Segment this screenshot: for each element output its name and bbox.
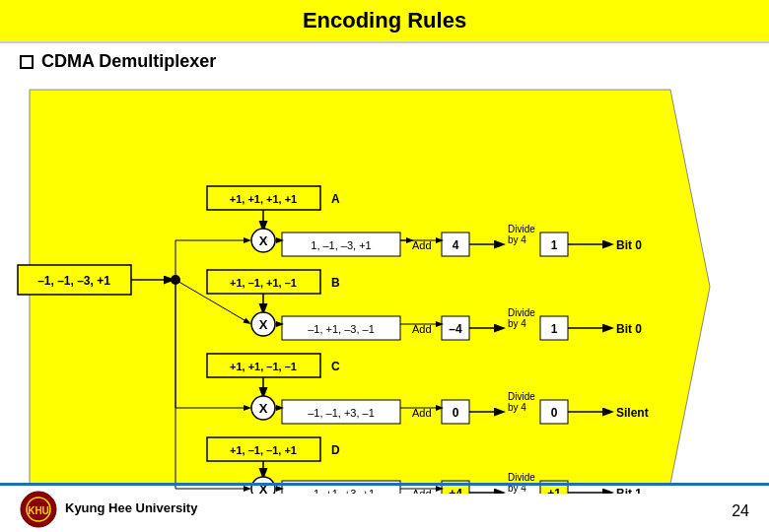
university-name: Kyung Hee University (65, 500, 197, 517)
svg-text:1, –1, –3, +1: 1, –1, –3, +1 (311, 239, 371, 251)
subtitle-bar: CDMA Demultiplexer (0, 43, 769, 80)
svg-text:Bit 0: Bit 0 (616, 238, 642, 252)
svg-text:by 4: by 4 (508, 234, 526, 245)
svg-text:by 4: by 4 (508, 318, 526, 329)
svg-text:–4: –4 (449, 322, 462, 336)
university-logo: KHU (20, 491, 57, 528)
title-bar: Encoding Rules (0, 0, 769, 43)
footer: KHU Kyung Hee University 24 (0, 483, 769, 532)
subtitle-text: CDMA Demultiplexer (41, 51, 216, 72)
svg-text:Divide: Divide (508, 307, 535, 318)
svg-text:Silent: Silent (616, 406, 649, 420)
svg-text:Divide: Divide (508, 391, 535, 402)
svg-text:0: 0 (453, 406, 459, 420)
svg-text:Bit 0: Bit 0 (616, 322, 642, 336)
title-text: Encoding Rules (303, 8, 466, 33)
svg-text:C: C (331, 360, 340, 373)
svg-text:–1, –1, –3, +1: –1, –1, –3, +1 (37, 274, 110, 288)
svg-text:KHU: KHU (28, 505, 49, 516)
svg-text:by 4: by 4 (508, 402, 526, 413)
svg-text:B: B (331, 276, 340, 290)
page-number: 24 (732, 502, 749, 520)
svg-text:Divide: Divide (508, 224, 535, 234)
svg-text:+1, +1, +1, +1: +1, +1, +1, +1 (230, 193, 298, 205)
svg-text:+1, +1, –1, –1: +1, +1, –1, –1 (230, 361, 297, 372)
subtitle-bullet (20, 55, 34, 69)
svg-text:D: D (331, 443, 340, 457)
svg-text:Divide: Divide (508, 472, 535, 483)
svg-text:X: X (259, 401, 268, 416)
svg-text:Add: Add (412, 239, 432, 251)
svg-text:+1, –1, –1, +1: +1, –1, –1, +1 (230, 444, 297, 456)
svg-text:A: A (331, 192, 340, 206)
svg-text:4: 4 (453, 238, 459, 252)
svg-text:X: X (259, 233, 268, 248)
svg-text:+1, –1, +1, –1: +1, –1, +1, –1 (230, 277, 297, 289)
diagram-svg: –1, –1, –3, +1 +1, +1, +1, +1 A X 1, –1,… (0, 80, 769, 494)
svg-text:–1, –1, +3, –1: –1, –1, +3, –1 (308, 407, 375, 419)
diagram-area: –1, –1, –3, +1 +1, +1, +1, +1 A X 1, –1,… (0, 80, 769, 494)
svg-text:Add: Add (412, 323, 432, 335)
svg-text:–1, +1, –3, –1: –1, +1, –3, –1 (308, 323, 375, 335)
svg-text:X: X (259, 317, 268, 332)
svg-text:0: 0 (551, 406, 558, 420)
svg-text:1: 1 (551, 238, 558, 252)
svg-text:Add: Add (412, 407, 432, 419)
svg-text:1: 1 (551, 322, 558, 336)
